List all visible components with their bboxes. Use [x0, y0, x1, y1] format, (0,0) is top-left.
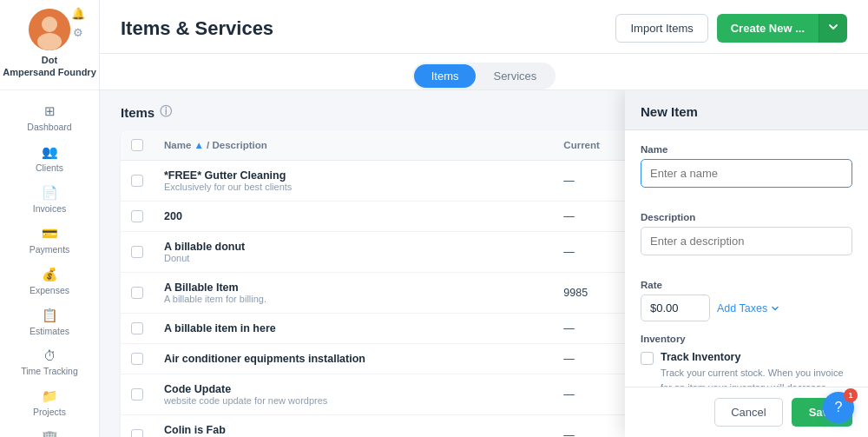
item-desc: website code update for new wordpres: [164, 395, 542, 406]
estimates-icon: 📋: [42, 308, 58, 323]
item-name: A billable item in here: [164, 322, 542, 334]
invoices-icon: 📄: [42, 185, 58, 201]
new-item-panel-body: Name Description Rate Add Taxes: [625, 130, 868, 387]
item-name: 200: [164, 210, 542, 222]
row-checkbox[interactable]: [131, 246, 143, 258]
row-checkbox[interactable]: [131, 175, 143, 187]
time-tracking-icon: ⏱: [43, 348, 56, 363]
sidebar-item-time-tracking[interactable]: ⏱ Time Tracking: [0, 342, 99, 382]
item-name: A billable donut: [164, 241, 542, 253]
my-team-icon: 🏢: [42, 429, 58, 437]
sidebar-icons-top: 🔔 ⚙: [70, 5, 86, 40]
row-checkbox[interactable]: [131, 429, 143, 437]
row-checkbox[interactable]: [131, 287, 143, 299]
add-taxes-button[interactable]: Add Taxes: [717, 302, 779, 315]
item-name: Air conditioner equipments installation: [164, 353, 542, 365]
col-name-header: Name ▲ / Description: [154, 130, 553, 161]
select-all-checkbox[interactable]: [131, 139, 143, 151]
header-actions: Import Items Create New ...: [615, 14, 847, 43]
item-name: *FREE* Gutter Cleaning: [164, 169, 542, 182]
cancel-button[interactable]: Cancel: [714, 398, 782, 427]
tab-items[interactable]: Items: [414, 64, 477, 88]
track-inventory-checkbox[interactable]: [641, 352, 654, 365]
payments-icon: 💳: [42, 226, 58, 242]
sidebar-item-dashboard[interactable]: ⊞ Dashboard: [0, 97, 99, 138]
create-new-button[interactable]: Create New ...: [717, 14, 819, 43]
item-name: A Billable Item: [164, 281, 542, 294]
tab-services[interactable]: Services: [476, 64, 554, 88]
sidebar: 🔔 ⚙ Dot Ampersand Foundry ⊞ Dashboard 👥 …: [0, 0, 100, 437]
track-inventory-title: Track Inventory: [661, 351, 852, 363]
content-area: Items ⓘ Name ▲ / Description Current: [100, 90, 868, 437]
dashboard-icon: ⊞: [44, 103, 56, 119]
expenses-icon: 💰: [42, 267, 58, 282]
items-help-icon[interactable]: ⓘ: [160, 104, 172, 120]
row-checkbox[interactable]: [131, 388, 143, 401]
description-label: Description: [641, 212, 852, 222]
create-new-button-group: Create New ...: [717, 14, 847, 43]
item-desc: Donut: [164, 253, 542, 263]
item-desc: A billable item for billing.: [164, 294, 542, 304]
name-input[interactable]: [641, 159, 852, 188]
rate-row: Add Taxes: [641, 295, 852, 321]
new-item-panel: New Item Name Description Rate Add Taxes: [625, 90, 868, 437]
projects-icon: 📁: [42, 388, 58, 404]
sort-arrow-icon: ▲: [194, 140, 207, 150]
sidebar-item-clients[interactable]: 👥 Clients: [0, 138, 99, 179]
svg-point-1: [42, 17, 57, 32]
sidebar-profile-name: Dot Ampersand Foundry: [3, 54, 96, 79]
import-items-button[interactable]: Import Items: [615, 14, 707, 43]
avatar: [29, 9, 70, 50]
page-title: Items & Services: [121, 17, 273, 40]
new-item-panel-title: New Item: [641, 104, 852, 119]
sidebar-item-estimates[interactable]: 📋 Estimates: [0, 301, 99, 342]
row-checkbox[interactable]: [131, 322, 143, 334]
avatar-wrapper: 🔔 ⚙: [29, 9, 70, 50]
name-field-group: Name: [641, 144, 852, 200]
notification-icon[interactable]: 🔔: [70, 5, 86, 21]
sidebar-item-my-team[interactable]: 🏢 My Team: [0, 423, 99, 437]
item-desc: Exclusively for our best clients: [164, 182, 542, 192]
notification-badge: 1: [844, 388, 858, 402]
settings-icon[interactable]: ⚙: [70, 24, 86, 40]
main-content: Items & Services Import Items Create New…: [100, 0, 868, 437]
inventory-section: Inventory Track Inventory Track your cur…: [641, 334, 852, 387]
track-inventory-row: Track Inventory Track your current stock…: [641, 351, 852, 387]
new-item-panel-header: New Item: [625, 90, 868, 130]
chevron-down-icon: [828, 22, 838, 32]
create-new-dropdown-button[interactable]: [819, 14, 847, 43]
sidebar-item-expenses[interactable]: 💰 Expenses: [0, 261, 99, 301]
row-checkbox[interactable]: [131, 353, 143, 365]
sidebar-item-projects[interactable]: 📁 Projects: [0, 382, 99, 423]
track-inventory-text: Track Inventory Track your current stock…: [661, 351, 852, 387]
track-inventory-desc: Track your current stock. When you invoi…: [661, 366, 852, 387]
sidebar-profile: 🔔 ⚙ Dot Ampersand Foundry: [0, 9, 99, 90]
rate-input[interactable]: [641, 295, 710, 321]
item-name: Code Update: [164, 383, 542, 395]
row-checkbox[interactable]: [131, 210, 143, 222]
inventory-label: Inventory: [641, 334, 852, 344]
tabs-bar: Items Services: [100, 54, 868, 90]
tab-group: Items Services: [412, 63, 556, 89]
chevron-down-icon: [771, 304, 779, 313]
rate-label: Rate: [641, 280, 852, 290]
name-label: Name: [641, 144, 852, 155]
help-fab-button[interactable]: ? 1: [823, 392, 854, 423]
sidebar-item-invoices[interactable]: 📄 Invoices: [0, 179, 99, 220]
sidebar-item-payments[interactable]: 💳 Payments: [0, 220, 99, 261]
sidebar-nav: ⊞ Dashboard 👥 Clients 📄 Invoices 💳 Payme…: [0, 90, 99, 437]
svg-point-2: [37, 33, 62, 50]
description-field-group: Description: [641, 212, 852, 268]
item-name: Colin is Fab: [164, 424, 542, 436]
page-header: Items & Services Import Items Create New…: [100, 0, 868, 54]
description-input[interactable]: [641, 227, 852, 255]
clients-icon: 👥: [42, 144, 58, 160]
